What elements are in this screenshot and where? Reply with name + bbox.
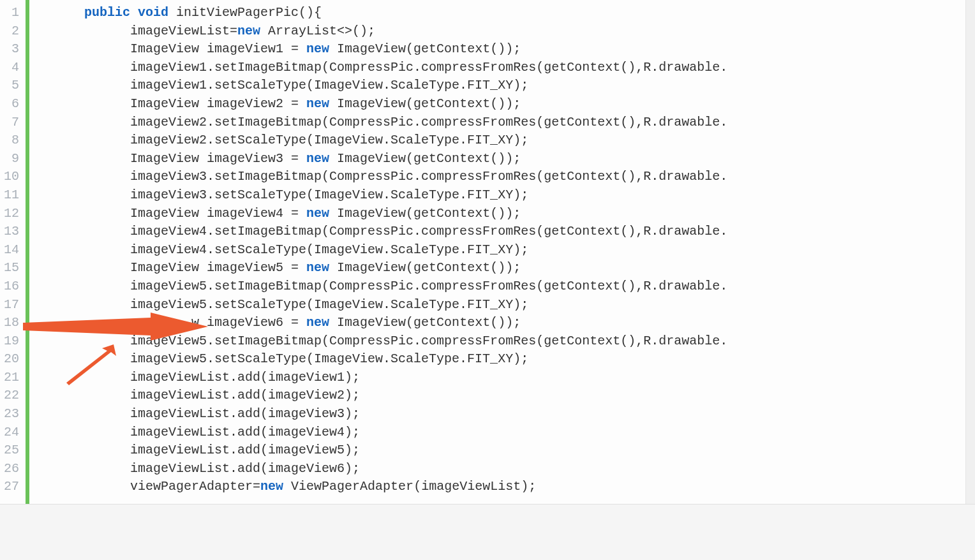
code-token: new [306, 96, 337, 111]
line-number: 17 [0, 296, 22, 314]
code-token: new [306, 206, 337, 221]
code-line[interactable]: imageView3.setScaleType(ImageView.ScaleT… [38, 186, 975, 205]
code-token: imageView1.setScaleType(ImageView.ScaleT… [130, 78, 528, 92]
code-token: imageViewList.add(imageView2); [130, 388, 360, 402]
code-line[interactable]: imageView5.setScaleType(ImageView.ScaleT… [38, 296, 975, 314]
code-token: imageView1.setImageBitmap(CompressPic.co… [130, 60, 727, 75]
line-number: 5 [0, 77, 22, 95]
code-token: imageView3.setScaleType(ImageView.ScaleT… [130, 188, 528, 202]
code-token: imageView4.setImageBitmap(CompressPic.co… [130, 224, 727, 239]
line-number: 24 [0, 424, 22, 442]
line-number-gutter: 1234567891011121314151617181920212223242… [0, 0, 26, 504]
code-line[interactable]: imageViewList.add(imageView3); [38, 405, 975, 424]
line-number: 4 [0, 59, 22, 77]
code-token: void [138, 5, 176, 20]
code-line[interactable]: imageView1.setScaleType(ImageView.ScaleT… [38, 77, 975, 95]
code-token: new [306, 151, 337, 166]
code-token: imageViewList= [130, 24, 237, 38]
line-number: 26 [0, 460, 22, 478]
line-number: 18 [0, 314, 22, 332]
code-line[interactable]: imageViewList.add(imageView4); [38, 424, 975, 442]
code-line[interactable]: viewPagerAdapter=new ViewPagerAdapter(im… [38, 478, 975, 496]
code-area[interactable]: public void initViewPagerPic(){ imageVie… [29, 0, 975, 504]
code-line[interactable]: ImageView imageView1 = new ImageView(get… [38, 40, 975, 59]
editor-bottom-gap [0, 505, 975, 549]
code-line[interactable]: imageView5.setImageBitmap(CompressPic.co… [38, 277, 975, 296]
line-number: 14 [0, 241, 22, 260]
code-token: imageView5.setScaleType(ImageView.ScaleT… [130, 297, 528, 312]
code-token: imageView2.setImageBitmap(CompressPic.co… [130, 115, 727, 129]
code-line[interactable]: imageView5.setScaleType(ImageView.ScaleT… [38, 350, 975, 369]
line-number: 25 [0, 441, 22, 460]
code-line[interactable]: imageView5.setImageBitmap(CompressPic.co… [38, 332, 975, 351]
code-token: imageViewList.add(imageView4); [130, 425, 360, 439]
line-number: 16 [0, 277, 22, 296]
line-number: 10 [0, 168, 22, 186]
code-editor: 1234567891011121314151617181920212223242… [0, 0, 975, 505]
code-token: imageViewList.add(imageView3); [130, 406, 360, 421]
line-number: 12 [0, 205, 22, 223]
code-line[interactable]: imageViewList.add(imageView6); [38, 460, 975, 478]
code-line[interactable]: imageViewList=new ArrayList<>(); [38, 22, 975, 41]
line-number: 2 [0, 22, 22, 41]
code-token: ImageView(getContext()); [337, 151, 521, 166]
code-token: imageView2.setScaleType(ImageView.ScaleT… [130, 133, 528, 147]
code-line[interactable]: imageViewList.add(imageView5); [38, 441, 975, 460]
code-line[interactable]: imageView3.setImageBitmap(CompressPic.co… [38, 168, 975, 186]
line-number: 1 [0, 4, 22, 22]
code-token: initViewPagerPic(){ [176, 5, 322, 20]
code-token: ImageView(getContext()); [337, 315, 521, 330]
code-token: new [237, 24, 268, 38]
line-number: 19 [0, 332, 22, 351]
code-line[interactable]: ImageView imageView3 = new ImageView(get… [38, 150, 975, 168]
code-token: imageViewList.add(imageView5); [130, 443, 360, 457]
code-token: imageViewList.add(imageView6); [130, 461, 360, 476]
code-token: ImageView(getContext()); [337, 41, 521, 56]
line-number: 21 [0, 369, 22, 387]
code-token: ImageView(getContext()); [337, 206, 521, 221]
line-number: 13 [0, 223, 22, 241]
code-line[interactable]: ImageView imageView5 = new ImageView(get… [38, 259, 975, 277]
code-token: ImageView imageView2 = [130, 96, 306, 111]
code-token: imageView4.setScaleType(ImageView.ScaleT… [130, 242, 528, 257]
code-line[interactable]: imageView1.setImageBitmap(CompressPic.co… [38, 59, 975, 77]
line-number: 20 [0, 350, 22, 369]
code-line[interactable]: ImageView imageView2 = new ImageView(get… [38, 95, 975, 114]
code-token: ImageView imageView4 = [130, 206, 306, 221]
code-token: new [306, 41, 337, 56]
code-line[interactable]: public void initViewPagerPic(){ [38, 4, 975, 22]
line-number: 22 [0, 387, 22, 405]
line-number: 15 [0, 259, 22, 277]
code-token: ArrayList<>(); [268, 24, 375, 38]
code-token: new [306, 260, 337, 275]
code-token: ImageView imageView3 = [130, 151, 306, 166]
line-number: 6 [0, 95, 22, 114]
code-line[interactable]: w imageView6 = new ImageView(getContext(… [38, 314, 975, 332]
code-token: imageView5.setScaleType(ImageView.ScaleT… [130, 351, 528, 366]
code-token: ImageView(getContext()); [337, 260, 521, 275]
code-line[interactable]: imageViewList.add(imageView2); [38, 387, 975, 405]
code-token: new [306, 315, 337, 330]
code-line[interactable]: imageViewList.add(imageView1); [38, 369, 975, 387]
code-token: public [84, 5, 138, 20]
line-number: 11 [0, 186, 22, 205]
code-token: imageView3.setImageBitmap(CompressPic.co… [130, 169, 727, 184]
line-number: 23 [0, 405, 22, 424]
code-token: ViewPagerAdapter(imageViewList); [291, 479, 536, 494]
code-token: viewPagerAdapter= [130, 479, 260, 494]
code-token: ImageView imageView1 = [130, 41, 306, 56]
code-token: imageViewList.add(imageView1); [130, 370, 360, 385]
line-number: 3 [0, 40, 22, 59]
code-line[interactable]: ImageView imageView4 = new ImageView(get… [38, 205, 975, 223]
code-line[interactable]: imageView2.setImageBitmap(CompressPic.co… [38, 114, 975, 132]
code-token: imageView5.setImageBitmap(CompressPic.co… [130, 279, 727, 293]
line-number: 27 [0, 478, 22, 496]
code-line[interactable]: imageView4.setScaleType(ImageView.ScaleT… [38, 241, 975, 260]
vertical-scrollbar[interactable] [965, 0, 975, 504]
code-line[interactable]: imageView4.setImageBitmap(CompressPic.co… [38, 223, 975, 241]
code-line[interactable]: imageView2.setScaleType(ImageView.ScaleT… [38, 131, 975, 150]
line-number: 8 [0, 131, 22, 150]
line-number: 7 [0, 114, 22, 132]
code-token: w imageView6 = [191, 315, 306, 330]
code-token: ImageView imageView5 = [130, 260, 306, 275]
